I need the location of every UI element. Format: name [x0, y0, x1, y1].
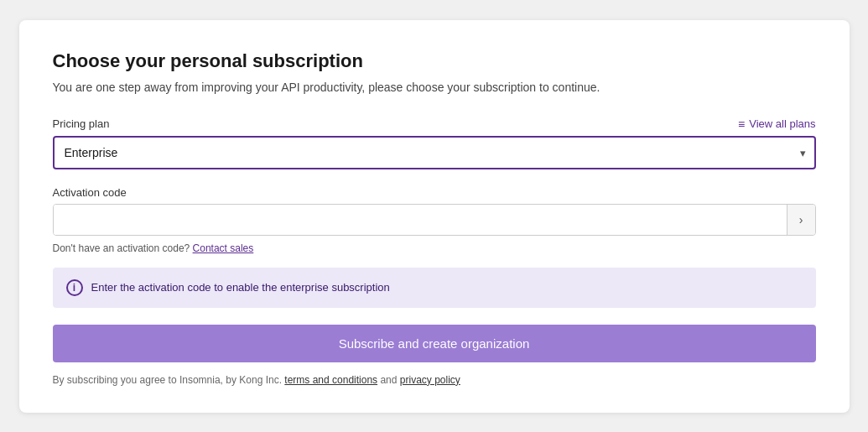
- info-banner: i Enter the activation code to enable th…: [53, 268, 816, 308]
- terms-prefix: By subscribing you agree to Insomnia, by…: [53, 374, 283, 386]
- no-code-text: Don't have an activation code? Contact s…: [53, 242, 816, 254]
- activation-code-input[interactable]: [54, 205, 787, 235]
- card-subtitle: You are one step away from improving you…: [53, 81, 816, 94]
- list-icon: ≡: [738, 117, 745, 131]
- privacy-link[interactable]: privacy policy: [400, 374, 460, 386]
- activation-code-input-row: ›: [53, 204, 816, 236]
- plan-select-wrapper: Free Individual Team Enterprise ▾: [53, 136, 816, 169]
- view-all-plans-label: View all plans: [749, 117, 815, 130]
- arrow-right-icon: ›: [799, 213, 803, 226]
- card-title: Choose your personal subscription: [53, 50, 816, 72]
- subscribe-button[interactable]: Subscribe and create organization: [53, 325, 816, 362]
- no-code-prefix: Don't have an activation code?: [53, 242, 190, 254]
- terms-text: By subscribing you agree to Insomnia, by…: [53, 374, 816, 386]
- subscription-card: Choose your personal subscription You ar…: [19, 20, 850, 413]
- activation-code-label: Activation code: [53, 186, 816, 199]
- contact-sales-link[interactable]: Contact sales: [193, 242, 254, 254]
- pricing-plan-label: Pricing plan: [53, 117, 110, 130]
- activation-submit-button[interactable]: ›: [787, 205, 815, 235]
- plan-select[interactable]: Free Individual Team Enterprise: [53, 136, 816, 169]
- pricing-plan-row: Pricing plan ≡ View all plans: [53, 117, 816, 131]
- info-banner-text: Enter the activation code to enable the …: [91, 281, 390, 294]
- terms-middle: and: [380, 374, 397, 386]
- view-all-plans-link[interactable]: ≡ View all plans: [738, 117, 815, 131]
- info-icon: i: [66, 279, 83, 296]
- terms-link[interactable]: terms and conditions: [284, 374, 377, 386]
